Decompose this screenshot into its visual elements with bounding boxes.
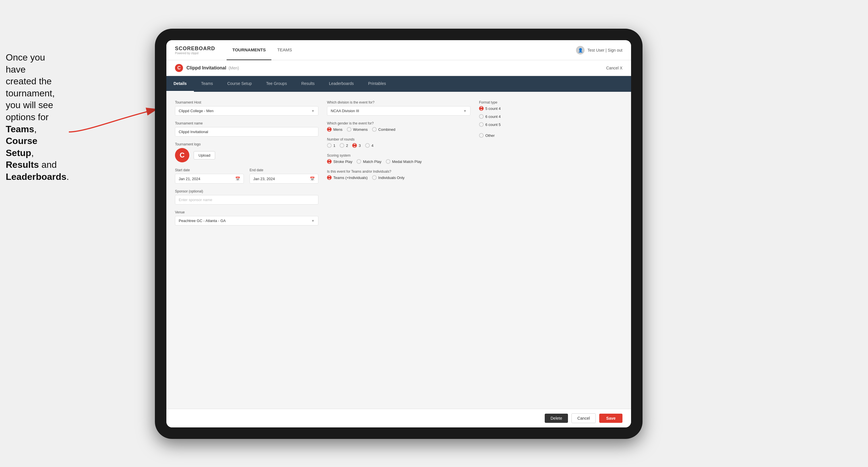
division-group: Which division is the event for? NCAA Di… <box>327 100 470 116</box>
end-date-group: End date Jan 23, 2024 📅 <box>250 168 318 184</box>
scoring-medal-match-radio[interactable]: Medal Match Play <box>386 159 422 164</box>
nav-links: TOURNAMENTS TEAMS <box>227 40 576 60</box>
tab-tee-groups[interactable]: Tee Groups <box>259 76 294 92</box>
tab-bar: Details Teams Course Setup Tee Groups Re… <box>166 76 631 92</box>
gender-mens-label: Mens <box>333 127 342 132</box>
instruction-text: Once you have created the tournament, yo… <box>0 46 63 189</box>
end-date-value: Jan 23, 2024 <box>253 177 275 181</box>
rounds-1-radio[interactable]: 1 <box>327 143 335 148</box>
logo-text: SCOREBOARD <box>175 45 215 52</box>
date-row: Start date Jan 21, 2024 📅 End date Jan 2… <box>175 168 318 184</box>
format-6count4-label: 6 count 4 <box>485 115 501 119</box>
rounds-4-radio[interactable]: 4 <box>365 143 373 148</box>
form-col-3: Format type 5 count 4 6 count 4 <box>479 100 622 225</box>
bottom-bar: Delete Cancel Save <box>166 409 631 428</box>
rounds-2-label: 2 <box>346 144 348 148</box>
nav-link-teams[interactable]: TEAMS <box>271 40 298 60</box>
format-5count4-radio[interactable]: 5 count 4 <box>479 106 622 111</box>
tournament-header: C Clippd Invitational (Men) Cancel X <box>166 60 631 76</box>
rounds-3-radio[interactable]: 3 <box>352 143 361 148</box>
tab-course-setup[interactable]: Course Setup <box>220 76 259 92</box>
gender-combined-radio[interactable]: Combined <box>372 127 395 132</box>
user-text[interactable]: Test User | Sign out <box>587 48 622 53</box>
individuals-only-circle <box>372 175 377 180</box>
start-date-label: Start date <box>175 168 244 172</box>
form-col-1: Tournament Host Clippd College - Men ▼ T… <box>175 100 318 225</box>
venue-group: Venue Peachtree GC - Atlanta - GA ▼ <box>175 210 318 225</box>
end-date-label: End date <box>250 168 318 172</box>
tournament-name-value: Clippd Invitational <box>179 130 208 134</box>
tab-details[interactable]: Details <box>166 76 194 92</box>
scoring-match-radio[interactable]: Match Play <box>356 159 381 164</box>
venue-label: Venue <box>175 210 318 214</box>
individuals-only-label: Individuals Only <box>378 176 405 180</box>
tournament-host-group: Tournament Host Clippd College - Men ▼ <box>175 100 318 116</box>
teams-plus-individuals-radio[interactable]: Teams (+Individuals) <box>327 175 368 180</box>
tournament-name-input[interactable]: Clippd Invitational <box>175 127 318 136</box>
user-avatar-icon: 👤 <box>576 46 585 55</box>
format-5count4-label: 5 count 4 <box>485 106 501 111</box>
format-6count5-radio[interactable]: 6 count 5 <box>479 122 622 127</box>
sponsor-group: Sponsor (optional) Enter sponsor name <box>175 189 318 205</box>
logo-area: SCOREBOARD Powered by clippd <box>175 45 215 55</box>
format-other-circle <box>479 133 484 138</box>
scoring-stroke-circle <box>327 159 332 164</box>
delete-button[interactable]: Delete <box>545 414 568 423</box>
upload-button[interactable]: Upload <box>194 151 215 159</box>
gender-label: Which gender is the event for? <box>327 121 470 125</box>
rounds-2-radio[interactable]: 2 <box>340 143 348 148</box>
venue-value: Peachtree GC - Atlanta - GA <box>179 219 226 223</box>
format-other-radio[interactable]: Other <box>479 133 495 138</box>
rounds-2-circle <box>340 143 344 148</box>
end-date-input[interactable]: Jan 23, 2024 📅 <box>250 174 318 184</box>
gender-radio-group: Mens Womens Combined <box>327 127 470 132</box>
sponsor-input[interactable]: Enter sponsor name <box>175 195 318 205</box>
division-select[interactable]: NCAA Division III ▼ <box>327 106 470 116</box>
form-grid: Tournament Host Clippd College - Men ▼ T… <box>175 100 622 225</box>
gender-combined-circle <box>372 127 377 132</box>
start-date-group: Start date Jan 21, 2024 📅 <box>175 168 244 184</box>
tab-printables[interactable]: Printables <box>361 76 393 92</box>
calendar-icon-end: 📅 <box>310 177 315 181</box>
format-type-list: 5 count 4 6 count 4 6 count 5 <box>479 106 622 138</box>
rounds-1-label: 1 <box>333 144 335 148</box>
sponsor-label: Sponsor (optional) <box>175 189 318 193</box>
gender-womens-radio[interactable]: Womens <box>347 127 368 132</box>
start-date-input[interactable]: Jan 21, 2024 📅 <box>175 174 244 184</box>
calendar-icon: 📅 <box>235 177 240 181</box>
sponsor-placeholder: Enter sponsor name <box>179 198 212 202</box>
division-label: Which division is the event for? <box>327 100 470 104</box>
teams-plus-circle <box>327 175 332 180</box>
tab-leaderboards[interactable]: Leaderboards <box>322 76 361 92</box>
format-6count4-radio[interactable]: 6 count 4 <box>479 114 622 119</box>
tab-teams[interactable]: Teams <box>194 76 220 92</box>
tournament-logo-label: Tournament logo <box>175 142 318 146</box>
division-value: NCAA Division III <box>331 109 359 113</box>
format-5count4-circle <box>479 106 484 111</box>
cancel-button[interactable]: Cancel <box>571 413 596 423</box>
teams-radio-group: Teams (+Individuals) Individuals Only <box>327 175 470 180</box>
venue-select[interactable]: Peachtree GC - Atlanta - GA ▼ <box>175 216 318 225</box>
tournament-name-group: Tournament name Clippd Invitational <box>175 121 318 136</box>
division-chevron-icon: ▼ <box>463 109 467 113</box>
scoring-stroke-radio[interactable]: Stroke Play <box>327 159 352 164</box>
cancel-top-button[interactable]: Cancel X <box>606 66 622 70</box>
save-button[interactable]: Save <box>599 414 622 423</box>
tournament-host-select[interactable]: Clippd College - Men ▼ <box>175 106 318 116</box>
nav-link-tournaments[interactable]: TOURNAMENTS <box>227 40 271 60</box>
teams-group: Is this event for Teams and/or Individua… <box>327 169 470 180</box>
format-other-row: Other <box>479 133 622 138</box>
venue-chevron-icon: ▼ <box>311 219 315 223</box>
tab-results[interactable]: Results <box>294 76 322 92</box>
tournament-logo-group: Tournament logo C Upload <box>175 142 318 162</box>
logo-sub: Powered by clippd <box>175 52 215 55</box>
start-date-value: Jan 21, 2024 <box>179 177 200 181</box>
rounds-radio-group: 1 2 3 4 <box>327 143 470 148</box>
individuals-only-radio[interactable]: Individuals Only <box>372 175 405 180</box>
logo-circle: C <box>175 148 189 162</box>
gender-mens-radio[interactable]: Mens <box>327 127 342 132</box>
gender-womens-circle <box>347 127 351 132</box>
rounds-4-label: 4 <box>371 144 373 148</box>
scoring-match-label: Match Play <box>363 159 381 164</box>
chevron-down-icon: ▼ <box>311 109 315 113</box>
